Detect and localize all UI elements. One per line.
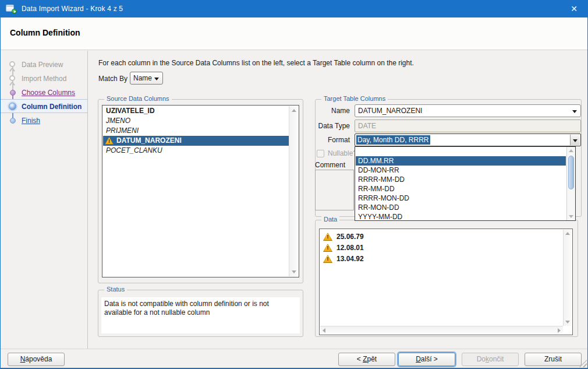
format-option[interactable]: RR-MM-DD <box>356 184 566 194</box>
instruction-text: For each column in the Source Data Colum… <box>98 59 414 67</box>
scroll-left-icon <box>323 328 325 333</box>
format-option[interactable]: RRRR-MM-DD <box>356 175 566 184</box>
chevron-down-icon <box>154 78 159 80</box>
window-title: Data Import Wizard - Krok 4 z 5 <box>22 5 123 13</box>
target-name-combobox[interactable]: DATUM_NAROZENI <box>355 104 581 117</box>
group-label: Status <box>104 286 127 293</box>
list-item[interactable]: JMENO <box>103 116 289 126</box>
data-value: 25.06.79 <box>336 233 364 241</box>
help-button[interactable]: Nápověda <box>8 353 65 366</box>
format-dropdown-button[interactable] <box>570 135 580 145</box>
button-bar: Nápověda < Zpět Další > Dokončit Zrušit <box>1 349 587 368</box>
list-item-label: DATUM_NAROZENI <box>116 136 182 146</box>
back-button[interactable]: < Zpět <box>338 353 395 366</box>
step-node-current-icon <box>9 103 16 110</box>
chevron-down-icon <box>573 139 578 142</box>
close-button[interactable]: ✕ <box>561 0 587 17</box>
scroll-right-icon <box>558 328 561 333</box>
format-option[interactable]: DD-MON-RR <box>356 166 566 175</box>
title-bar[interactable]: Data Import Wizard - Krok 4 z 5 ✕ <box>1 0 587 17</box>
step-node-icon <box>10 90 16 96</box>
status-group: Status Data is not compatible with colum… <box>98 290 303 337</box>
data-value: 12.08.01 <box>336 244 364 252</box>
source-columns-list: UZIVATELE_ID JMENO PRIJMENI DATUM_NAROZE… <box>102 105 299 277</box>
nullable-label: Nullable? <box>328 149 357 157</box>
format-option[interactable]: YYYY-MM-DD <box>356 212 566 222</box>
data-row[interactable]: 12.08.01 <box>323 243 364 253</box>
scroll-down-icon <box>569 215 573 218</box>
list-item[interactable]: PRIJMENI <box>103 126 289 136</box>
sidebar-step-finish[interactable]: Finish <box>1 116 88 125</box>
format-value-selected-text: Day, Month DD, RRRR <box>356 135 430 145</box>
name-label: Name <box>303 107 350 115</box>
format-combobox[interactable]: Day, Month DD, RRRR <box>355 133 581 146</box>
format-option[interactable] <box>356 147 566 156</box>
group-label: Target Table Columns <box>321 95 388 102</box>
step-label-current: Column Definition <box>22 103 82 111</box>
data-row[interactable]: 13.04.92 <box>323 254 364 264</box>
scroll-down-icon <box>565 321 570 324</box>
status-panel: Data is not compatible with column defin… <box>101 297 300 333</box>
step-node-icon <box>9 75 15 81</box>
nullable-checkbox <box>317 150 324 157</box>
page-title: Column Definition <box>10 28 80 37</box>
warning-icon <box>323 244 332 252</box>
warning-icon <box>105 137 114 145</box>
format-option[interactable]: RR-MON-DD <box>356 203 566 212</box>
list-item[interactable]: POCET_CLANKU <box>103 146 289 156</box>
cancel-button[interactable]: Zrušit <box>525 353 582 366</box>
scroll-up-icon <box>292 109 296 112</box>
data-type-value: DATE <box>358 122 376 130</box>
data-value: 13.04.92 <box>336 255 364 263</box>
horizontal-scrollbar[interactable] <box>320 326 563 334</box>
step-node-icon <box>10 118 16 124</box>
scroll-up-icon <box>569 149 573 152</box>
scroll-down-icon <box>292 270 296 273</box>
vertical-scrollbar[interactable] <box>563 230 572 326</box>
step-label: Import Method <box>22 75 66 83</box>
vertical-scrollbar[interactable] <box>289 106 298 276</box>
step-label: Data Preview <box>22 61 63 69</box>
close-icon: ✕ <box>571 4 578 13</box>
step-link[interactable]: Choose Columns <box>22 89 75 97</box>
warning-icon <box>323 233 332 241</box>
format-option[interactable]: RRRR-MON-DD <box>356 194 566 203</box>
group-label: Source Data Columns <box>104 95 172 102</box>
data-group: Data 25.06.79 12.08.01 13.04.92 <box>315 220 578 337</box>
comment-field <box>315 170 354 210</box>
source-data-columns-group: Source Data Columns UZIVATELE_ID JMENO P… <box>98 99 303 283</box>
popup-scrollbar[interactable] <box>566 147 575 220</box>
next-button[interactable]: Další > <box>398 353 455 366</box>
sidebar-step-column-definition: Column Definition <box>1 102 88 111</box>
warning-icon <box>323 255 332 263</box>
data-values-list: 25.06.79 12.08.01 13.04.92 <box>319 229 573 335</box>
match-by-value: Name <box>133 74 152 82</box>
step-link[interactable]: Finish <box>22 117 40 125</box>
format-label: Format <box>303 136 350 144</box>
comment-label: Comment <box>315 161 345 169</box>
match-by-label: Match By <box>98 75 127 83</box>
sidebar-step-data-preview: Data Preview <box>1 60 88 69</box>
wizard-header: Column Definition <box>1 17 587 50</box>
status-message: Data is not compatible with column defin… <box>104 300 296 317</box>
data-row[interactable]: 25.06.79 <box>323 231 364 242</box>
list-item-selected[interactable]: DATUM_NAROZENI <box>103 136 289 146</box>
format-option-selected[interactable]: DD.MM.RR <box>356 156 566 166</box>
app-icon <box>6 4 16 13</box>
data-type-field: DATE <box>355 120 581 132</box>
sidebar-step-import-method: Import Method <box>1 74 88 83</box>
group-label: Data <box>321 216 339 223</box>
list-item[interactable]: UZIVATELE_ID <box>103 106 289 116</box>
play-badge-icon <box>12 9 17 14</box>
match-by-combobox[interactable]: Name <box>130 72 163 85</box>
data-import-wizard-dialog: Data Import Wizard - Krok 4 z 5 ✕ Column… <box>0 0 588 369</box>
sidebar-step-choose-columns[interactable]: Choose Columns <box>1 88 88 97</box>
wizard-steps-sidebar: Data Preview Import Method Choose Column… <box>1 51 88 350</box>
format-options-popup: DD.MM.RR DD-MON-RR RRRR-MM-DD RR-MM-DD R… <box>355 146 576 221</box>
scrollbar-thumb[interactable] <box>568 156 574 189</box>
target-name-value: DATUM_NAROZENI <box>358 107 422 115</box>
step-node-icon <box>9 61 15 67</box>
scroll-up-icon <box>565 232 570 235</box>
finish-button: Dokončit <box>462 353 519 366</box>
data-type-label: Data Type <box>303 122 350 130</box>
